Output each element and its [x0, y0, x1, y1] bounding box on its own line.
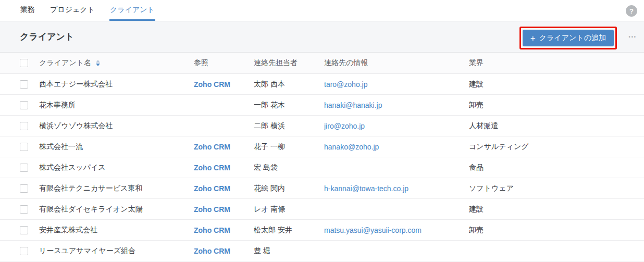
- sort-icon[interactable]: [96, 60, 100, 66]
- reference-link[interactable]: Zoho CRM: [194, 184, 230, 193]
- client-name: リースユアサマイヤーズ組合: [39, 246, 135, 256]
- tab-clients[interactable]: クライアント: [109, 0, 155, 21]
- contact-email-link[interactable]: hanako@zoho.jp: [324, 143, 379, 151]
- industry: 卸売: [469, 101, 484, 110]
- row-checkbox[interactable]: [20, 247, 28, 255]
- industry: 建設: [469, 80, 484, 89]
- row-checkbox[interactable]: [20, 122, 28, 130]
- tab-projects[interactable]: プロジェクト: [49, 0, 95, 21]
- table-header-row: クライアント名 参照 連絡先担当者 連絡先の情報 業界: [0, 53, 644, 74]
- reference-link[interactable]: Zoho CRM: [194, 247, 230, 255]
- add-client-button-label: クライアントの追加: [539, 33, 606, 43]
- tab-group: 業務 プロジェクト クライアント: [20, 0, 155, 21]
- column-header-contact-person: 連絡先担当者: [254, 58, 298, 68]
- contact-email-link[interactable]: hanaki@hanaki.jp: [324, 101, 382, 109]
- client-name: 安井産業株式会社: [39, 226, 97, 235]
- more-options-icon[interactable]: •••: [629, 34, 637, 40]
- table-row[interactable]: 株式会社スッパイス Zoho CRM 宏 島袋 食品: [0, 157, 644, 178]
- contact-person: 松太郎 安井: [254, 226, 292, 235]
- row-checkbox[interactable]: [20, 205, 28, 214]
- contact-person: 一郎 花木: [254, 101, 285, 110]
- contact-person: 豊 堀: [254, 246, 270, 256]
- reference-link[interactable]: Zoho CRM: [194, 80, 230, 89]
- contact-person: 二郎 横浜: [254, 121, 285, 131]
- row-checkbox[interactable]: [20, 164, 28, 172]
- select-all-checkbox[interactable]: [20, 59, 28, 67]
- contact-email-link[interactable]: taro@zoho.jp: [324, 80, 367, 89]
- contact-person: レオ 南條: [254, 205, 286, 214]
- contact-email-link[interactable]: matsu.yasui@yasuii-corp.com: [324, 226, 422, 234]
- row-checkbox[interactable]: [20, 184, 28, 193]
- contact-person: 宏 島袋: [254, 163, 278, 172]
- client-name: 花木事務所: [39, 101, 76, 110]
- table-row[interactable]: リースユアサマイヤーズ組合 Zoho CRM 豊 堀: [0, 241, 644, 261]
- row-checkbox[interactable]: [20, 80, 28, 89]
- table-body: 西本エナジー株式会社 Zoho CRM 太郎 西本 taro@zoho.jp 建…: [0, 74, 644, 261]
- table-row[interactable]: 有限会社ダイセキライオン太陽 Zoho CRM レオ 南條 建設: [0, 199, 644, 220]
- contact-person: 太郎 西本: [254, 80, 285, 89]
- reference-link[interactable]: Zoho CRM: [194, 164, 230, 172]
- tab-tasks[interactable]: 業務: [20, 0, 35, 21]
- client-name: 有限会社ダイセキライオン太陽: [39, 205, 143, 214]
- table-row[interactable]: 花木事務所 一郎 花木 hanaki@hanaki.jp 卸売: [0, 95, 644, 116]
- table-row[interactable]: 安井産業株式会社 Zoho CRM 松太郎 安井 matsu.yasui@yas…: [0, 220, 644, 241]
- client-name: 有限会社テクニカサービス東和: [39, 184, 142, 193]
- client-name: 西本エナジー株式会社: [39, 80, 113, 89]
- industry: 卸売: [469, 226, 484, 235]
- add-client-button[interactable]: + クライアントの追加: [523, 30, 614, 46]
- industry: ソフトウェア: [469, 184, 514, 193]
- client-name: 株式会社スッパイス: [39, 163, 106, 172]
- page-title: クライアント: [20, 31, 74, 43]
- column-header-client-name: クライアント名: [39, 58, 91, 68]
- client-name: 横浜ゾウゾウ株式会社: [39, 121, 113, 131]
- plus-icon: +: [530, 34, 536, 43]
- table-row[interactable]: 株式会社一流 Zoho CRM 花子 一柳 hanako@zoho.jp コンサ…: [0, 136, 644, 157]
- row-checkbox[interactable]: [20, 101, 28, 109]
- top-tab-bar: 業務 プロジェクト クライアント ?: [0, 0, 644, 21]
- column-header-contact-info: 連絡先の情報: [324, 58, 368, 68]
- table-row[interactable]: 有限会社テクニカサービス東和 Zoho CRM 花絵 関内 h-kannai@t…: [0, 178, 644, 199]
- contact-email-link[interactable]: jiro@zoho.jp: [324, 122, 365, 130]
- industry: 建設: [469, 205, 484, 214]
- contact-email-link[interactable]: h-kannai@towa-tech.co.jp: [324, 184, 408, 193]
- clients-table: クライアント名 参照 連絡先担当者 連絡先の情報 業界 西本エナジー株式会社 Z…: [0, 53, 644, 261]
- help-icon[interactable]: ?: [626, 5, 637, 17]
- reference-link[interactable]: Zoho CRM: [194, 143, 230, 151]
- table-row[interactable]: 横浜ゾウゾウ株式会社 二郎 横浜 jiro@zoho.jp 人材派遣: [0, 116, 644, 136]
- row-checkbox[interactable]: [20, 143, 28, 151]
- industry: 食品: [469, 163, 484, 172]
- red-highlight-annotation: + クライアントの追加: [519, 27, 617, 49]
- client-name: 株式会社一流: [39, 142, 83, 152]
- column-header-reference: 参照: [194, 58, 208, 68]
- industry: コンサルティング: [469, 142, 529, 152]
- column-header-industry: 業界: [469, 58, 484, 68]
- reference-link[interactable]: Zoho CRM: [194, 205, 230, 214]
- reference-link[interactable]: Zoho CRM: [194, 226, 230, 234]
- table-row[interactable]: 西本エナジー株式会社 Zoho CRM 太郎 西本 taro@zoho.jp 建…: [0, 74, 644, 95]
- contact-person: 花絵 関内: [254, 184, 285, 193]
- contact-person: 花子 一柳: [254, 142, 285, 152]
- industry: 人材派遣: [469, 121, 498, 131]
- page-header-band: クライアント + クライアントの追加 •••: [0, 21, 644, 53]
- row-checkbox[interactable]: [20, 226, 28, 234]
